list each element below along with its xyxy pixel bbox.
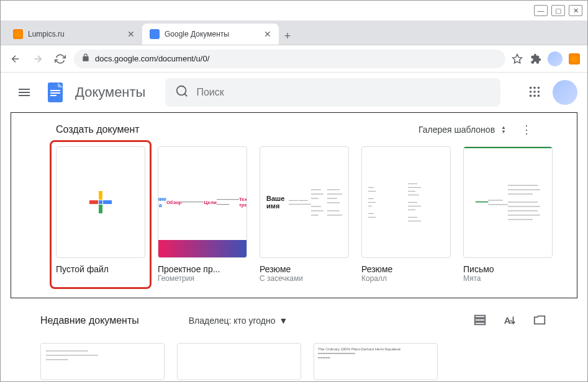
svg-point-8 (538, 87, 540, 89)
template-label: Резюме (260, 264, 349, 274)
recent-title: Недавние документы (40, 315, 139, 326)
svg-rect-16 (99, 205, 102, 213)
svg-rect-18 (103, 200, 112, 204)
svg-point-7 (533, 87, 536, 89)
recent-docs-list: ━━━━━━━━━━━━━━━━━━━━━━━━━━━━━━━━━━━━━━━━… (40, 328, 548, 380)
svg-point-13 (533, 95, 536, 97)
search-box[interactable] (165, 78, 500, 107)
minimize-button[interactable]: — (534, 5, 548, 16)
svg-point-11 (538, 91, 540, 93)
gallery-label: Галерея шаблонов (418, 125, 495, 135)
template-label: Письмо (463, 264, 553, 274)
titlebar: — ▢ ✕ (1, 1, 587, 20)
favicon-docs (150, 29, 160, 39)
template-label: Пустой файл (56, 264, 145, 274)
template-sublabel: С засечками (260, 274, 349, 283)
svg-rect-15 (99, 191, 102, 200)
template-section: Создать документ Галерея шаблонов ▲▼ ⋮ П… (11, 112, 577, 298)
template-header: Создать документ Галерея шаблонов ▲▼ ⋮ (26, 123, 562, 146)
template-gallery-button[interactable]: Галерея шаблонов ▲▼ (418, 125, 506, 135)
extensions-icon[interactable] (529, 52, 543, 66)
template-label: Проектное пр... (158, 264, 247, 274)
back-button[interactable] (7, 50, 24, 68)
sort-button[interactable]: AZ (503, 313, 518, 328)
svg-rect-21 (475, 319, 486, 321)
profile-avatar-small[interactable] (548, 51, 563, 66)
template-blank[interactable]: Пустой файл (56, 146, 145, 283)
svg-marker-0 (513, 54, 522, 63)
address-bar: docs.google.com/document/u/0/ (1, 45, 587, 73)
template-thumb-blank (56, 146, 145, 258)
app-header: Документы (1, 73, 587, 112)
template-project[interactable]: Проектное совещание Название проекта Обз… (158, 146, 247, 283)
main-menu-button[interactable] (11, 79, 38, 106)
profile-avatar[interactable] (553, 80, 577, 105)
new-tab-button[interactable]: + (279, 27, 296, 45)
recent-doc[interactable]: The Ordinary 100% Plant-Derived Hemi-Squ… (314, 343, 438, 380)
recent-header: Недавние документы Владелец: кто угодно … (40, 313, 548, 328)
close-tab-icon[interactable]: ✕ (264, 29, 271, 39)
bookmark-star-icon[interactable] (510, 52, 524, 66)
expand-icon: ▲▼ (501, 125, 506, 134)
svg-point-9 (530, 91, 532, 93)
recent-section: Недавние документы Владелец: кто угодно … (1, 298, 587, 380)
svg-rect-3 (50, 92, 60, 94)
url-text: docs.google.com/document/u/0/ (95, 54, 209, 63)
extension-orange-icon[interactable] (568, 52, 581, 66)
template-section-title: Создать документ (56, 124, 140, 135)
browser-window: — ▢ ✕ Lumpics.ru ✕ Google Документы ✕ + … (0, 0, 588, 382)
svg-point-10 (533, 91, 536, 93)
favicon-lumpics (13, 29, 23, 39)
browser-tab-lumpics[interactable]: Lumpics.ru ✕ (6, 24, 142, 45)
browser-tab-docs[interactable]: Google Документы ✕ (142, 24, 279, 45)
more-options-button[interactable]: ⋮ (521, 123, 532, 136)
tab-title: Google Документы (165, 30, 259, 38)
owner-filter-label: Владелец: кто угодно (189, 316, 276, 326)
template-letter-mint[interactable]: ━━━━━ ━━━━━━━━━━━━━━ ━━━━━━━━━━━━━━━━━━━… (463, 146, 553, 283)
svg-point-14 (538, 95, 540, 97)
owner-filter[interactable]: Владелец: кто угодно ▼ (189, 316, 288, 326)
close-window-button[interactable]: ✕ (569, 5, 582, 16)
template-thumb-resume2: ━━━━━━━━━━━━━━━━━━━━━━━ ━━━━━━━━━━━━━━━━… (361, 146, 451, 258)
recent-doc[interactable] (177, 343, 301, 380)
app-title: Документы (75, 84, 145, 100)
page-content: Документы Создать документ Галерея шабло… (1, 73, 587, 381)
apps-grid-icon[interactable] (528, 85, 543, 100)
open-picker-button[interactable] (533, 313, 548, 328)
search-input[interactable] (196, 87, 491, 98)
svg-rect-17 (89, 200, 98, 204)
template-resume-coral[interactable]: ━━━━━━━━━━━━━━━━━━━━━━━ ━━━━━━━━━━━━━━━━… (361, 146, 451, 283)
template-list: Пустой файл Проектное совещание Название… (26, 146, 562, 283)
template-label: Резюме (361, 264, 451, 274)
lock-icon (81, 53, 90, 64)
template-thumb-resume1: Ваше имя ━━━━━ ━━━━━━━━━━━━━━━━━ ━━━━━━━… (260, 146, 349, 258)
dropdown-icon: ▼ (279, 316, 287, 326)
template-thumb-letter: ━━━━━ ━━━━━━━━━━━━━━ ━━━━━━━━━━━━━━━━━━━… (463, 146, 553, 258)
close-tab-icon[interactable]: ✕ (127, 29, 135, 39)
forward-button[interactable] (29, 50, 47, 68)
tab-title: Lumpics.ru (28, 30, 122, 38)
svg-point-6 (530, 87, 532, 89)
docs-logo-icon (43, 80, 68, 105)
recent-doc[interactable]: ━━━━━━━━━━━━━━━━━━━━━━━━━━━━━━━━━━━━━━━━… (40, 343, 165, 380)
template-thumb-project: Проектное совещание Название проекта Обз… (158, 146, 247, 258)
list-view-button[interactable] (473, 313, 488, 328)
svg-point-12 (530, 95, 532, 97)
svg-point-5 (177, 86, 186, 96)
reload-button[interactable] (52, 50, 69, 68)
template-sublabel: Мята (463, 274, 553, 283)
maximize-button[interactable]: ▢ (551, 5, 565, 16)
url-input[interactable]: docs.google.com/document/u/0/ (74, 50, 505, 68)
svg-rect-2 (50, 90, 60, 91)
plus-icon (86, 187, 115, 217)
tab-strip: Lumpics.ru ✕ Google Документы ✕ + (1, 20, 587, 45)
search-icon (175, 84, 189, 100)
template-resume-serif[interactable]: Ваше имя ━━━━━ ━━━━━━━━━━━━━━━━━ ━━━━━━━… (260, 146, 349, 283)
svg-rect-22 (475, 322, 486, 325)
template-sublabel: Коралл (361, 274, 451, 283)
svg-rect-19 (99, 200, 102, 204)
template-sublabel: Геометрия (158, 274, 247, 283)
svg-rect-20 (475, 316, 486, 318)
svg-rect-4 (50, 95, 57, 96)
